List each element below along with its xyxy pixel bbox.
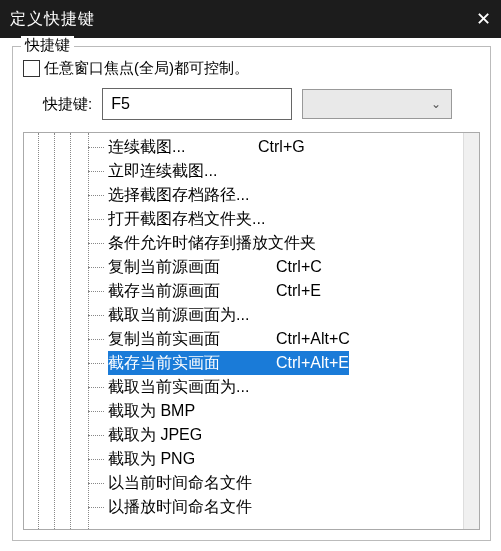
tree-item-label: 复制当前源画面 [108,255,276,279]
tree-item[interactable]: 以播放时间命名文件 [24,495,463,519]
tree-item-label: 截取为 BMP [108,399,276,423]
tree-item[interactable]: 以当前时间命名文件 [24,471,463,495]
shortcut-input-row: 快捷键: ⌄ [43,88,480,120]
shortcut-input[interactable] [102,88,292,120]
tree-item[interactable]: 截存当前实画面Ctrl+Alt+E [24,351,463,375]
chevron-down-icon: ⌄ [431,97,441,111]
tree-item[interactable]: 截取为 JPEG [24,423,463,447]
tree-item-label: 截取为 JPEG [108,423,276,447]
shortcut-dropdown[interactable]: ⌄ [302,89,452,119]
tree-item-label: 截取当前实画面为... [108,375,276,399]
tree-scroll: 连续截图...Ctrl+G立即连续截图...选择截图存档路径...打开截图存档文… [24,133,463,529]
tree-item-label: 截取为 PNG [108,447,276,471]
global-checkbox[interactable] [23,60,40,77]
tree-item[interactable]: 连续截图...Ctrl+G [24,135,463,159]
tree-item[interactable]: 选择截图存档路径... [24,183,463,207]
tree-item-label: 打开截图存档文件夹... [108,207,276,231]
shortcut-input-label: 快捷键: [43,95,92,114]
tree-container: 连续截图...Ctrl+G立即连续截图...选择截图存档路径...打开截图存档文… [23,132,480,530]
global-checkbox-label: 任意窗口焦点(全局)都可控制。 [44,59,249,78]
tree-item[interactable]: 截取为 PNG [24,447,463,471]
tree-item[interactable]: 截取为 BMP [24,399,463,423]
tree-item-shortcut: Ctrl+C [276,255,322,279]
global-checkbox-row: 任意窗口焦点(全局)都可控制。 [23,59,480,78]
tree-item-label: 选择截图存档路径... [108,183,276,207]
tree-item-label: 条件允许时储存到播放文件夹 [108,231,316,255]
tree-item[interactable]: 条件允许时储存到播放文件夹 [24,231,463,255]
dialog-body: 快捷键 任意窗口焦点(全局)都可控制。 快捷键: ⌄ 连续截图...Ctrl+G… [0,38,501,541]
tree-item-label: 以当前时间命名文件 [108,471,276,495]
close-icon[interactable]: ✕ [476,0,491,38]
fieldset-legend: 快捷键 [21,36,74,55]
shortcut-fieldset: 快捷键 任意窗口焦点(全局)都可控制。 快捷键: ⌄ 连续截图...Ctrl+G… [12,46,491,541]
tree-item[interactable]: 截取当前实画面为... [24,375,463,399]
tree-item-label: 截存当前源画面 [108,279,276,303]
tree-item[interactable]: 截取当前源画面为... [24,303,463,327]
tree-item[interactable]: 复制当前源画面Ctrl+C [24,255,463,279]
tree-item[interactable]: 复制当前实画面Ctrl+Alt+C [24,327,463,351]
tree-item-label: 以播放时间命名文件 [108,495,276,519]
window-title: 定义快捷键 [10,0,95,38]
tree-item-label: 复制当前实画面 [108,327,276,351]
tree-item[interactable]: 截存当前源画面Ctrl+E [24,279,463,303]
tree-item-shortcut: Ctrl+G [258,135,305,159]
tree-item-label: 截存当前实画面 [108,351,276,375]
tree-item-shortcut: Ctrl+Alt+E [276,351,349,375]
tree-item-shortcut: Ctrl+Alt+C [276,327,350,351]
tree-item-shortcut: Ctrl+E [276,279,321,303]
tree-item[interactable]: 立即连续截图... [24,159,463,183]
tree-item-label: 截取当前源画面为... [108,303,276,327]
title-bar: 定义快捷键 ✕ [0,0,501,38]
tree-item-label: 立即连续截图... [108,159,276,183]
tree-item-label: 连续截图... [108,135,258,159]
tree-item[interactable]: 打开截图存档文件夹... [24,207,463,231]
vertical-scrollbar[interactable] [463,133,479,529]
tree: 连续截图...Ctrl+G立即连续截图...选择截图存档路径...打开截图存档文… [24,133,463,519]
